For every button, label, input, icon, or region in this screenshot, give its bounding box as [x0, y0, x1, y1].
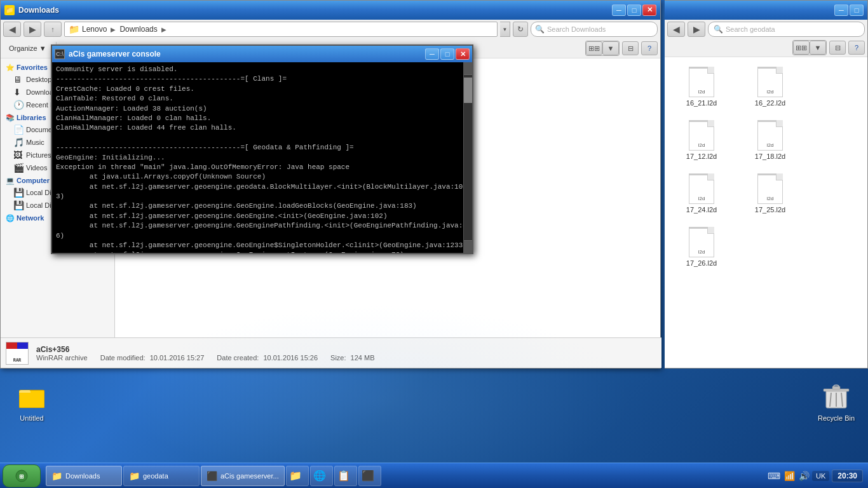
tray-icon-network[interactable]: 📶 [784, 471, 795, 481]
console-window: C:\ aCis gameserver console ─ □ ✕ Commun… [51, 44, 473, 254]
explorer-window-icon: 📁 [4, 5, 15, 15]
refresh-button[interactable]: ↻ [513, 22, 528, 37]
geodata-forward-button[interactable]: ▶ [688, 22, 705, 37]
explorer-minimize-button[interactable]: ─ [612, 4, 626, 16]
file-icon-17-12: l2d [689, 120, 714, 151]
explorer-window-controls: ─ □ ✕ [612, 4, 656, 16]
address-dropdown-button[interactable]: ▼ [500, 22, 510, 37]
geodata-view-options[interactable]: ⊞⊞ [793, 41, 810, 55]
explorer-close-button[interactable]: ✕ [642, 4, 656, 16]
taskbar-console-icon: ⬛ [207, 471, 217, 481]
back-button[interactable]: ◀ [3, 22, 21, 37]
geodata-back-button[interactable]: ◀ [667, 22, 685, 37]
taskbar-item-misc1[interactable]: 📋 [334, 466, 357, 486]
console-window-controls: ─ □ ✕ [425, 48, 470, 60]
taskbar-console-label: aCis gameserver... [220, 472, 279, 480]
geodata-file-16-22[interactable]: l2d 16_22.l2d [738, 62, 802, 111]
recent-icon-small: 🕐 [13, 100, 24, 110]
console-title-text: aCis gameserver console [69, 50, 161, 58]
file-name-17-25: 17_25.l2d [755, 206, 785, 214]
file-name-17-26: 17_26.l2d [686, 259, 717, 267]
geodata-preview-pane[interactable]: ⊟ [829, 41, 846, 55]
file-name-17-24: 17_24.l2d [686, 206, 717, 214]
taskbar-downloads-label: Downloads [65, 472, 100, 480]
geodata-view-dropdown[interactable]: ▼ [810, 41, 826, 55]
view-options-button[interactable]: ⊞⊞ [586, 41, 602, 55]
geodata-panel: ─ □ ◀ ▶ 🔍 Search geodata ⊞⊞ ▼ ⊟ ? [665, 0, 868, 369]
sidebar-desktop-label: Desktop [26, 76, 51, 83]
address-bar[interactable]: 📁 Lenovo ▶ Downloads ▶ [64, 22, 498, 37]
console-close-button[interactable]: ✕ [456, 48, 470, 60]
clock-time: 20:30 [837, 471, 857, 480]
search-box[interactable]: 🔍 Search Downloads [531, 22, 658, 37]
geodata-minimize-button[interactable]: ─ [834, 4, 848, 16]
address-arrow1: ▶ [111, 26, 116, 33]
toolbar-right: ⊞⊞ ▼ ⊟ ? [585, 41, 658, 56]
taskbar-item-folder[interactable]: 📁 [286, 466, 309, 486]
desktop-icon-recycle-bin[interactable]: Recycle Bin [811, 379, 862, 424]
taskbar: ⊞ 📁 Downloads 📁 geodata ⬛ aCis gameserve… [0, 463, 868, 488]
geodata-window-controls: ─ □ [834, 4, 864, 16]
explorer-maximize-button[interactable]: □ [627, 4, 641, 16]
start-button[interactable]: ⊞ [3, 464, 41, 487]
console-maximize-button[interactable]: □ [440, 48, 454, 60]
tray-icon-keyboard[interactable]: ⌨ [768, 471, 780, 481]
taskbar-item-console[interactable]: ⬛ aCis gameserver... [201, 466, 285, 486]
desktop-icon-untitled[interactable]: Untitled [6, 379, 57, 424]
disk-c-icon: 💾 [13, 187, 24, 198]
geodata-search-box[interactable]: 🔍 Search geodata [708, 22, 865, 37]
console-window-icon: C:\ [55, 49, 65, 59]
status-info: aCis+356 WinRAR archive Date modified: 1… [36, 345, 375, 362]
geodata-file-17-25[interactable]: l2d 17_25.l2d [738, 169, 802, 217]
geodata-help-button[interactable]: ? [848, 41, 865, 55]
taskbar-item-misc2[interactable]: ⬛ [358, 466, 381, 486]
vid-icon-small: 🎬 [13, 163, 24, 173]
geodata-titlebar: ─ □ [665, 1, 867, 20]
geodata-address-bar: ◀ ▶ 🔍 Search geodata [665, 20, 867, 39]
address-arrow2: ▶ [161, 26, 166, 33]
geodata-file-17-18[interactable]: l2d 17_18.l2d [738, 116, 802, 164]
geodata-file-17-12[interactable]: l2d 17_12.l2d [670, 116, 733, 164]
file-icon-17-26: l2d [689, 227, 714, 257]
console-scrollbar[interactable] [463, 62, 472, 253]
console-minimize-button[interactable]: ─ [425, 48, 439, 60]
geodata-file-17-26[interactable]: l2d 17_26.l2d [670, 222, 733, 271]
taskbar-item-chrome[interactable]: 🌐 [310, 466, 333, 486]
taskbar-geodata-label: geodata [143, 472, 168, 480]
clock-area[interactable]: 20:30 [832, 470, 863, 482]
music-icon-small: 🎵 [13, 137, 24, 147]
geodata-file-16-21[interactable]: l2d 16_21.l2d [670, 62, 733, 111]
view-dropdown-button[interactable]: ▼ [602, 41, 619, 55]
taskbar-geodata-icon: 📁 [129, 471, 139, 481]
taskbar-item-downloads[interactable]: 📁 Downloads [46, 466, 122, 486]
preview-pane-button[interactable]: ⊟ [622, 41, 639, 55]
console-body: Community server is disabled. ----------… [52, 62, 472, 253]
search-icon: 🔍 [535, 25, 545, 34]
recycle-bin-icon-image [821, 381, 851, 412]
sidebar-music-label: Music [26, 139, 44, 146]
organize-button[interactable]: Organize ▼ [3, 40, 52, 57]
taskbar-item-geodata[interactable]: 📁 geodata [123, 466, 200, 486]
geodata-search-icon: 🔍 [714, 25, 723, 34]
tray-icon-volume[interactable]: 🔊 [799, 471, 810, 481]
status-size: Size: 124 MB [330, 354, 374, 362]
console-text-content[interactable]: Community server is disabled. ----------… [52, 62, 472, 253]
untitled-icon-label: Untitled [9, 414, 55, 422]
address-downloads: Downloads [119, 25, 157, 34]
geodata-maximize-button[interactable]: □ [850, 4, 864, 16]
address-bar-row: ◀ ▶ ↑ 📁 Lenovo ▶ Downloads ▶ ▼ ↻ 🔍 Searc… [1, 20, 660, 39]
file-icon-17-25: l2d [757, 173, 783, 204]
downloads-icon-small: ⬇ [13, 87, 24, 97]
details-pane-button[interactable]: ? [641, 41, 658, 55]
taskbar-items: 📁 Downloads 📁 geodata ⬛ aCis gameserver.… [43, 466, 763, 486]
up-button[interactable]: ↑ [44, 22, 62, 37]
sidebar-vid-label: Videos [26, 164, 47, 172]
file-name-16-21: 16_21.l2d [686, 99, 717, 107]
language-indicator[interactable]: UK [812, 471, 829, 481]
forward-button[interactable]: ▶ [24, 22, 41, 37]
file-icon-16-22: l2d [757, 67, 783, 97]
geodata-file-17-24[interactable]: l2d 17_24.l2d [670, 169, 733, 217]
sidebar-pics-label: Pictures [26, 151, 51, 159]
untitled-icon-image [17, 381, 47, 412]
svg-rect-2 [19, 393, 31, 395]
